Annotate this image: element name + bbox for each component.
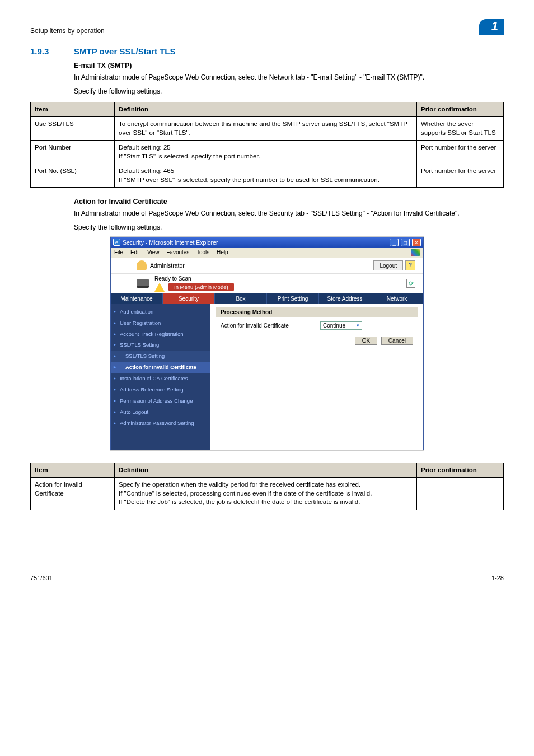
section-heading: 1.9.3 SMTP over SSL/Start TLS — [30, 46, 504, 56]
refresh-button[interactable]: ⟳ — [406, 279, 415, 288]
paragraph-1: In Administrator mode of PageScope Web C… — [74, 73, 504, 82]
tab-print-setting[interactable]: Print Setting — [267, 293, 319, 304]
menu-view[interactable]: View — [147, 249, 160, 255]
table-cell: Port No. (SSL) — [31, 164, 115, 188]
table-row: Port No. (SSL)Default setting: 465 If "S… — [31, 164, 504, 188]
tab-maintenance[interactable]: Maintenance — [111, 293, 163, 304]
sidebar-item-user-registration[interactable]: User Registration — [111, 318, 210, 329]
page-header: Setup items by operation 1 — [30, 19, 504, 36]
table-cell: Action for Invalid Certificate — [31, 478, 115, 510]
administrator-label: Administrator — [150, 262, 185, 269]
t1-h2: Definition — [115, 102, 417, 117]
sidebar-subitem-action-for-invalid-certificate[interactable]: Action for Invalid Certificate — [111, 362, 210, 373]
footer-left: 751/601 — [30, 575, 53, 581]
sidebar-item-account-track-registration[interactable]: Account Track Registration — [111, 329, 210, 340]
content-bar: Processing Method — [216, 307, 418, 317]
admin-bar: Administrator Logout ? — [111, 258, 423, 274]
sidebar-item-permission-of-address-change[interactable]: Permission of Address Change — [111, 395, 210, 407]
t1-h1: Item — [31, 102, 115, 117]
table-cell: Default setting: 25 If "Start TLS" is se… — [115, 141, 417, 164]
t2-h3: Prior confirmation — [417, 463, 504, 478]
section-number: 1.9.3 — [30, 46, 58, 56]
ie-menubar: File Edit View Favorites Tools Help — [111, 248, 423, 258]
menu-mode-label: In Menu (Admin Mode) — [168, 283, 234, 291]
form-row: Action for Invalid Certificate Continue … — [216, 317, 418, 334]
tab-bar: MaintenanceSecurityBoxPrint SettingStore… — [111, 293, 423, 304]
select-value: Continue — [323, 323, 345, 329]
table-cell: Port number for the server — [417, 164, 504, 188]
paragraph-4: Specify the following settings. — [74, 223, 504, 232]
paragraph-3: In Administrator mode of PageScope Web C… — [74, 209, 504, 218]
menu-edit[interactable]: Edit — [130, 249, 140, 255]
sidebar-item-authentication[interactable]: Authentication — [111, 306, 210, 318]
tab-box[interactable]: Box — [215, 293, 267, 304]
sidebar: AuthenticationUser RegistrationAccount T… — [111, 304, 210, 450]
chevron-down-icon: ▾ — [357, 323, 359, 328]
table-row: Use SSL/TLSTo encrypt communication betw… — [31, 117, 504, 141]
ie-e-icon: e — [113, 239, 120, 246]
body-area: AuthenticationUser RegistrationAccount T… — [111, 304, 423, 450]
printer-icon — [137, 279, 149, 288]
page-footer: 751/601 1-28 — [30, 572, 504, 581]
status-row: Ready to Scan In Menu (Admin Mode) ⟳ — [111, 274, 423, 293]
table-cell: Port number for the server — [417, 141, 504, 164]
table-cell: Default setting: 465 If "SMTP over SSL" … — [115, 164, 417, 188]
table-cell: Use SSL/TLS — [31, 117, 115, 141]
warning-icon — [154, 283, 165, 292]
menu-tools[interactable]: Tools — [196, 249, 209, 255]
sidebar-subitem-ssl-tls-setting[interactable]: SSL/TLS Setting — [111, 351, 210, 362]
help-button[interactable]: ? — [405, 260, 415, 270]
ie-title-text: Security - Microsoft Internet Explorer — [123, 239, 218, 246]
paragraph-2: Specify the following settings. — [74, 87, 504, 96]
header-badge: 1 — [479, 19, 504, 35]
ready-to-scan-label: Ready to Scan — [154, 276, 234, 282]
subheading-email-tx: E-mail TX (SMTP) — [74, 62, 504, 69]
maximize-button[interactable]: □ — [401, 239, 410, 246]
table-cell: To encrypt communication between this ma… — [115, 117, 417, 141]
sidebar-item-address-reference-setting[interactable]: Address Reference Setting — [111, 384, 210, 395]
administrator-icon — [137, 260, 147, 270]
table-cell: Port Number — [31, 141, 115, 164]
menu-favorites[interactable]: Favorites — [166, 249, 189, 255]
menu-file[interactable]: File — [114, 249, 123, 255]
t2-h2: Definition — [115, 463, 417, 478]
footer-right: 1-28 — [491, 575, 504, 581]
table-cell — [417, 478, 504, 510]
sidebar-item-installation-of-ca-certificates[interactable]: Installation of CA Certificates — [111, 373, 210, 384]
ie-titlebar: e Security - Microsoft Internet Explorer… — [111, 237, 423, 248]
settings-table-1: Item Definition Prior confirmation Use S… — [30, 102, 504, 188]
t2-h1: Item — [31, 463, 115, 478]
table-cell: Specify the operation when the validity … — [115, 478, 417, 510]
menu-help[interactable]: Help — [217, 249, 228, 255]
tab-store-address[interactable]: Store Address — [319, 293, 371, 304]
close-button[interactable]: × — [412, 239, 421, 246]
field-label: Action for Invalid Certificate — [221, 323, 310, 329]
sidebar-item-administrator-password-setting[interactable]: Administrator Password Setting — [111, 418, 210, 429]
ie-flag-icon — [411, 249, 420, 256]
cancel-button[interactable]: Cancel — [381, 337, 413, 345]
table-row: Action for Invalid CertificateSpecify th… — [31, 478, 504, 510]
ie-window: e Security - Microsoft Internet Explorer… — [110, 237, 424, 450]
sidebar-item-ssl-tls-setting[interactable]: SSL/TLS Setting — [111, 339, 210, 351]
ie-window-buttons: _ □ × — [389, 239, 421, 246]
action-select[interactable]: Continue ▾ — [320, 321, 362, 330]
header-left-text: Setup items by operation — [30, 27, 105, 35]
tab-network[interactable]: Network — [371, 293, 423, 304]
t1-h3: Prior confirmation — [417, 102, 504, 117]
table-cell: Whether the sever supports SSL or Start … — [417, 117, 504, 141]
content-area: Processing Method Action for Invalid Cer… — [210, 304, 423, 450]
tab-security[interactable]: Security — [163, 293, 215, 304]
sidebar-item-auto-logout[interactable]: Auto Logout — [111, 407, 210, 418]
settings-table-2: Item Definition Prior confirmation Actio… — [30, 463, 504, 510]
minimize-button[interactable]: _ — [390, 239, 399, 246]
section-title: SMTP over SSL/Start TLS — [74, 46, 175, 56]
subheading-action-invalid-cert: Action for Invalid Certificate — [74, 198, 504, 206]
ok-button[interactable]: OK — [355, 337, 377, 345]
table-row: Port NumberDefault setting: 25 If "Start… — [31, 141, 504, 164]
logout-button[interactable]: Logout — [373, 260, 403, 270]
